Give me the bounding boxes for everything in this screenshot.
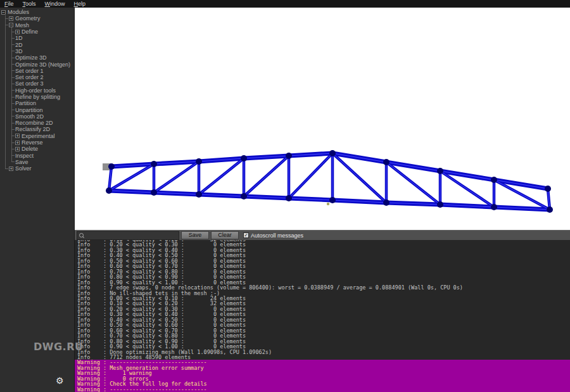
tree-connector (11, 123, 15, 123)
collapse-icon[interactable]: − (9, 23, 13, 27)
expand-icon[interactable]: + (15, 147, 20, 151)
tree-item-label: Smooth 2D (15, 113, 44, 120)
tree-item-label: Modules (8, 9, 29, 15)
tree-item-label: Inspect (15, 153, 34, 159)
tree-connector (11, 51, 15, 51)
tree-item-inspect[interactable]: Inspect (0, 153, 74, 159)
tree-item-set-order-1[interactable]: Set order 1 (0, 68, 74, 74)
log-line-warning: Warning : ------------------------------ (75, 387, 570, 392)
tree-connector (11, 142, 15, 143)
tree-item-label: Refine by splitting (15, 94, 60, 100)
tree-connector (11, 90, 15, 91)
settings-gear-icon[interactable]: ⚙ (56, 376, 64, 386)
tree-item-refine-by-splitting[interactable]: Refine by splitting (0, 94, 74, 100)
tree-connector (11, 70, 15, 71)
menu-file[interactable]: File (0, 0, 18, 8)
tree-item-label: 1D (15, 35, 23, 41)
tree-item-label: Unpartition (15, 107, 43, 113)
tree-connector (11, 136, 15, 136)
tree-item-partition[interactable]: Partition (0, 100, 74, 106)
tree-connector (11, 38, 15, 39)
console-log-lines: Info : 0.10 < quality < 0.20 : 32 elemen… (75, 240, 570, 392)
tree-connector (11, 58, 15, 58)
menu-tools[interactable]: Tools (18, 0, 41, 8)
tree-item-label: Partition (15, 100, 36, 106)
tree-connector (11, 97, 15, 98)
tree-connector (11, 32, 15, 32)
tree-connector (11, 64, 15, 65)
tree-item-label: Optimize 3D (15, 54, 47, 61)
tree-item-label: Mesh (15, 22, 29, 28)
tree-item-label: Set order 3 (15, 80, 44, 87)
tree-item-label: Optimize 3D (Netgen) (15, 61, 70, 68)
tree-item-label: 2D (15, 42, 23, 48)
tree-item-2d[interactable]: 2D (0, 41, 74, 47)
tree-item-label: Recombine 2D (15, 120, 53, 126)
tree-item-label: Define (22, 28, 38, 35)
tree-item-label: Experimental (22, 133, 55, 139)
tree-item-save[interactable]: Save (0, 159, 74, 165)
tree-item-unpartition[interactable]: Unpartition (0, 106, 74, 113)
tree-item-label: Geometry (15, 15, 41, 22)
clear-button[interactable]: Clear (211, 231, 239, 239)
tree-connector (11, 103, 15, 104)
gmsh-window: File Tools Window Help −Modules+Geometry… (0, 0, 570, 392)
autoscroll-label: Autoscroll messages (251, 232, 303, 239)
tree-item-modules[interactable]: −Modules (0, 9, 74, 15)
log-line-warning: Warning : 1 warning (75, 370, 570, 376)
tree-connector (5, 25, 8, 25)
tree-connector (11, 129, 15, 130)
tree-item-3d[interactable]: 3D (0, 48, 74, 54)
tree-item-optimize-3d-netgen[interactable]: Optimize 3D (Netgen) (0, 61, 74, 67)
tree-item-delete[interactable]: +Delete (0, 146, 74, 152)
tree-item-label: 3D (15, 48, 23, 54)
tree-item-define[interactable]: +Define (0, 28, 74, 35)
tree-item-label: Reclassify 2D (15, 126, 50, 132)
tree-item-label: Set order 1 (15, 68, 44, 74)
tree-item-experimental[interactable]: +Experimental (0, 133, 74, 139)
autoscroll-toggle[interactable]: ✓ Autoscroll messages (243, 232, 303, 239)
tree-connector (11, 84, 15, 84)
tree-item-set-order-3[interactable]: Set order 3 (0, 80, 74, 87)
tree-item-optimize-3d[interactable]: Optimize 3D (0, 54, 74, 61)
console-toolbar: Save Clear ✓ Autoscroll messages (75, 230, 570, 240)
console-log[interactable]: Info : 0.10 < quality < 0.20 : 32 elemen… (75, 240, 570, 392)
expand-icon[interactable]: + (15, 30, 20, 34)
tree-item-smooth-2d[interactable]: Smooth 2D (0, 113, 74, 120)
tree-item-solver[interactable]: +Solver (0, 165, 74, 172)
menu-window[interactable]: Window (41, 0, 70, 8)
tree-item-geometry[interactable]: +Geometry (0, 15, 74, 22)
collapse-icon[interactable]: − (1, 10, 6, 15)
tree-item-label: High-order tools (15, 87, 56, 94)
tree-item-reverse[interactable]: +Reverse (0, 139, 74, 146)
tree-connector (11, 155, 15, 156)
tree-item-1d[interactable]: 1D (0, 35, 74, 41)
tree-item-reclassify-2d[interactable]: Reclassify 2D (0, 126, 74, 132)
console-search[interactable] (77, 231, 179, 240)
truss-mesh-render (75, 8, 570, 230)
tree-connector (11, 161, 15, 162)
module-tree: −Modules+Geometry−Mesh+Define1D2D3DOptim… (0, 8, 74, 172)
tree-connector (11, 44, 15, 45)
tree-item-recombine-2d[interactable]: Recombine 2D (0, 120, 74, 126)
menu-help[interactable]: Help (70, 0, 91, 8)
expand-icon[interactable]: + (15, 134, 20, 138)
checkbox-checked-icon[interactable]: ✓ (243, 232, 249, 238)
graphics-canvas[interactable] (75, 8, 570, 230)
tree-connector (11, 116, 15, 117)
tree-connector (5, 18, 8, 19)
menu-bar: File Tools Window Help (0, 0, 570, 8)
tree-item-label: Set order 2 (15, 74, 44, 80)
save-button[interactable]: Save (181, 231, 209, 239)
tree-connector (5, 168, 8, 169)
module-tree-panel: −Modules+Geometry−Mesh+Define1D2D3DOptim… (0, 8, 75, 392)
search-input[interactable] (77, 232, 179, 239)
expand-icon[interactable]: + (9, 167, 13, 171)
tree-item-set-order-2[interactable]: Set order 2 (0, 74, 74, 80)
tree-item-mesh[interactable]: −Mesh (0, 22, 74, 28)
watermark: DWG.RU (34, 341, 83, 353)
tree-connector (11, 110, 15, 110)
expand-icon[interactable]: + (9, 16, 13, 21)
expand-icon[interactable]: + (15, 141, 20, 145)
tree-item-high-order-tools[interactable]: High-order tools (0, 87, 74, 94)
